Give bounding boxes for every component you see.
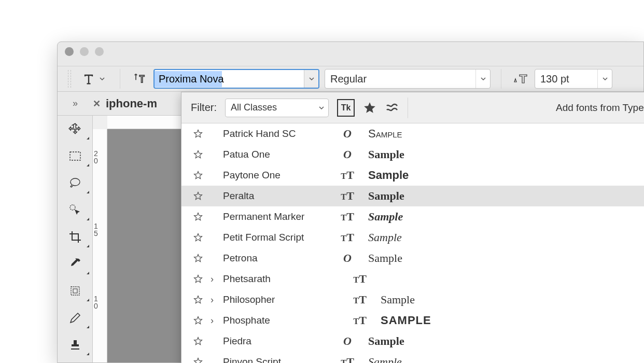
filter-divider <box>408 97 408 118</box>
favorite-star-icon[interactable] <box>193 232 203 243</box>
font-sample: Sample <box>362 231 402 244</box>
chevron-down-icon <box>99 76 105 82</box>
quick-select-icon <box>68 203 82 217</box>
font-style-field[interactable]: Regular <box>325 69 491 89</box>
move-icon <box>68 122 82 136</box>
font-sample: Sample <box>362 355 402 363</box>
chevron-down-icon <box>309 76 315 82</box>
font-size-dropdown-button[interactable] <box>597 69 612 88</box>
favorite-star-icon[interactable] <box>193 253 203 263</box>
font-family-dropdown-button[interactable] <box>304 70 318 88</box>
patch-tool[interactable] <box>58 277 92 304</box>
marquee-tool[interactable] <box>58 143 92 170</box>
font-name: Piedra <box>208 336 333 347</box>
font-family-input[interactable] <box>155 71 304 87</box>
text-orientation-icon <box>132 72 147 86</box>
marquee-icon <box>69 151 81 161</box>
move-tool[interactable] <box>58 116 92 143</box>
filter-label: Filter: <box>191 102 217 114</box>
font-list-item[interactable]: Permanent MarkerTTSample <box>181 206 644 227</box>
font-type-icon: TT <box>351 293 369 306</box>
font-list[interactable]: Patrick Hand SCOSamplePatua OneOSamplePa… <box>181 123 644 363</box>
expand-family-icon[interactable]: › <box>208 315 216 326</box>
expand-family-icon[interactable]: › <box>208 274 216 285</box>
tab-close-button[interactable]: ✕ <box>93 98 101 109</box>
font-list-item[interactable]: Patua OneOSample <box>181 144 644 165</box>
favorite-star-icon[interactable] <box>193 129 203 139</box>
lasso-tool[interactable] <box>58 170 92 197</box>
favorite-star-icon[interactable] <box>193 170 203 180</box>
typekit-filter-button[interactable]: Tk <box>337 99 355 117</box>
stamp-icon <box>68 338 82 352</box>
favorite-star-icon[interactable] <box>193 295 203 305</box>
font-name: Petrona <box>208 253 333 264</box>
font-list-item[interactable]: Pinyon ScriptTTSample <box>181 352 644 363</box>
toolbar-grip[interactable] <box>68 70 71 88</box>
favorite-star-icon[interactable] <box>193 149 203 160</box>
font-name: Patua One <box>208 149 333 160</box>
star-filter-icon[interactable] <box>363 101 376 115</box>
font-name: Paytone One <box>208 170 333 181</box>
font-type-icon: TT <box>338 231 357 244</box>
ruler-vertical[interactable]: 2 0 1 5 1 0 <box>93 129 107 362</box>
pencil-icon <box>68 311 82 325</box>
font-sample: Sample <box>362 169 409 182</box>
crop-tool[interactable] <box>58 224 92 250</box>
font-list-item[interactable]: Patrick Hand SCOSample <box>181 123 644 144</box>
font-name: Petit Formal Script <box>208 232 333 243</box>
font-list-item[interactable]: PetronaOSample <box>181 248 644 269</box>
font-sample: Sample <box>362 334 404 348</box>
favorite-star-icon[interactable] <box>193 274 203 284</box>
tab-title: iphone-m <box>106 97 157 110</box>
font-list-item[interactable]: PiedraOSample <box>181 331 644 352</box>
quick-selection-tool[interactable] <box>58 197 92 224</box>
ruler-label: 5 <box>94 230 98 237</box>
patch-icon <box>68 284 82 298</box>
font-name: Phetsarath <box>221 273 345 285</box>
svg-rect-0 <box>70 152 80 160</box>
font-list-item[interactable]: PeraltaTTSample <box>181 186 644 206</box>
type-tool-indicator[interactable] <box>81 72 105 86</box>
window-minimize-button[interactable] <box>80 47 89 56</box>
pencil-tool[interactable] <box>58 304 92 331</box>
eyedropper-icon <box>68 257 82 271</box>
font-size-value: 130 pt <box>540 73 597 85</box>
similar-filter-icon[interactable] <box>385 103 399 113</box>
eyedropper-tool[interactable] <box>58 250 92 277</box>
document-tab[interactable]: ✕ iphone-m <box>93 97 157 110</box>
font-name: Permanent Marker <box>208 211 333 222</box>
font-list-item[interactable]: ›PhilosopherTTSample <box>181 289 644 310</box>
favorite-star-icon[interactable] <box>193 357 203 363</box>
expand-panels-button[interactable]: » <box>58 98 93 109</box>
font-list-item[interactable]: Petit Formal ScriptTTSample <box>181 227 644 248</box>
favorite-star-icon[interactable] <box>193 315 203 326</box>
favorite-star-icon[interactable] <box>193 336 203 346</box>
font-family-field[interactable] <box>153 69 319 89</box>
font-type-icon: TT <box>338 169 357 182</box>
favorite-star-icon[interactable] <box>193 212 203 222</box>
typekit-add-label: Add fonts from Typekit: <box>556 102 644 114</box>
font-type-icon: O <box>338 252 357 265</box>
font-size-icon-button[interactable] <box>512 70 529 88</box>
font-sample: Sample <box>362 189 404 203</box>
font-list-item[interactable]: Paytone OneTTSample <box>181 165 644 186</box>
font-classes-select[interactable]: All Classes <box>225 99 329 117</box>
font-list-item[interactable]: ›PhetsarathTT <box>181 269 644 289</box>
window-zoom-button[interactable] <box>95 47 104 56</box>
ruler-label: 2 <box>94 150 98 157</box>
text-orientation-toggle[interactable] <box>131 70 148 88</box>
stamp-tool[interactable] <box>58 331 92 358</box>
chevron-down-icon <box>480 76 486 82</box>
font-sample: Sample <box>374 293 415 306</box>
expand-family-icon[interactable]: › <box>208 295 216 305</box>
font-size-field[interactable]: 130 pt <box>535 69 612 89</box>
svg-rect-2 <box>71 287 79 295</box>
font-sample: SAMPLE <box>374 314 431 327</box>
font-type-icon: O <box>338 127 357 141</box>
favorite-star-icon[interactable] <box>193 191 203 201</box>
font-style-value: Regular <box>330 73 475 85</box>
font-style-dropdown-button[interactable] <box>475 69 490 88</box>
window-traffic-lights <box>65 47 104 56</box>
window-close-button[interactable] <box>65 47 74 56</box>
font-list-item[interactable]: ›PhosphateTTSAMPLE <box>181 310 644 331</box>
